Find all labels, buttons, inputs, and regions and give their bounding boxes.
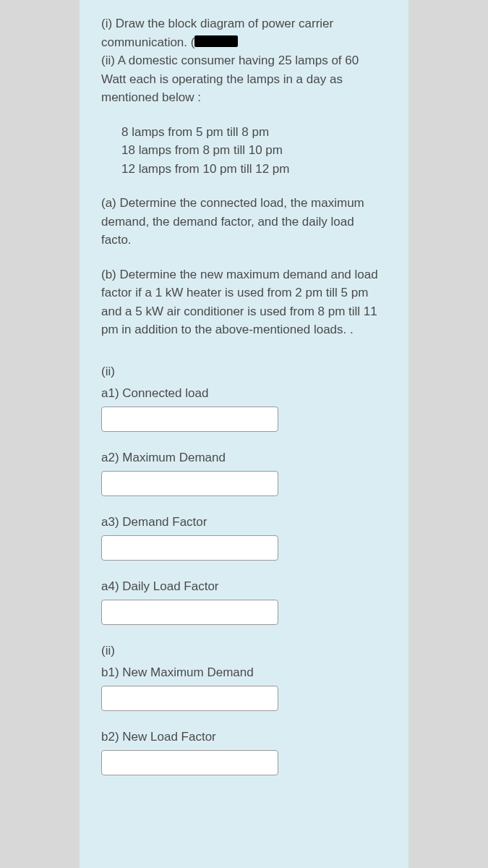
answer-section: (ii) a1) Connected load a2) Maximum Dema… (101, 365, 387, 775)
b2-label: b2) New Load Factor (101, 730, 387, 744)
question-part-a: (a) Determine the connected load, the ma… (101, 194, 387, 250)
a1-label: a1) Connected load (101, 386, 387, 401)
schedule-line-2: 18 lamps from 8 pm till 10 pm (121, 143, 283, 157)
a3-input[interactable] (101, 535, 278, 561)
answer-group-a1: a1) Connected load (101, 386, 387, 432)
schedule-line-3: 12 lamps from 10 pm till 12 pm (121, 162, 289, 176)
answer-group-a2: a2) Maximum Demand (101, 451, 387, 496)
answer-group-a4: a4) Daily Load Factor (101, 579, 387, 625)
b1-label: b1) New Maximum Demand (101, 665, 387, 680)
question-text-block: (i) Draw the block diagram of power carr… (101, 14, 387, 339)
question-container: (i) Draw the block diagram of power carr… (80, 0, 408, 868)
b1-input[interactable] (101, 686, 278, 711)
section-ii-header-b: (ii) (101, 644, 387, 658)
a2-label: a2) Maximum Demand (101, 451, 387, 465)
a1-input[interactable] (101, 407, 278, 432)
redaction-mark (194, 35, 238, 47)
a4-label: a4) Daily Load Factor (101, 579, 387, 594)
question-part-ii-intro: (ii) A domestic consumer having 25 lamps… (101, 51, 387, 107)
answer-group-b2: b2) New Load Factor (101, 730, 387, 775)
question-part-i: (i) Draw the block diagram of power carr… (101, 14, 387, 51)
b2-input[interactable] (101, 750, 278, 775)
schedule-line-1: 8 lamps from 5 pm till 8 pm (121, 125, 269, 139)
section-ii-header: (ii) (101, 365, 387, 379)
answer-group-a3: a3) Demand Factor (101, 515, 387, 561)
lamp-schedule: 8 lamps from 5 pm till 8 pm 18 lamps fro… (101, 123, 387, 179)
a4-input[interactable] (101, 600, 278, 625)
a3-label: a3) Demand Factor (101, 515, 387, 529)
answer-group-b1: b1) New Maximum Demand (101, 665, 387, 711)
a2-input[interactable] (101, 471, 278, 496)
question-part-b: (b) Determine the new maximum demand and… (101, 265, 387, 339)
